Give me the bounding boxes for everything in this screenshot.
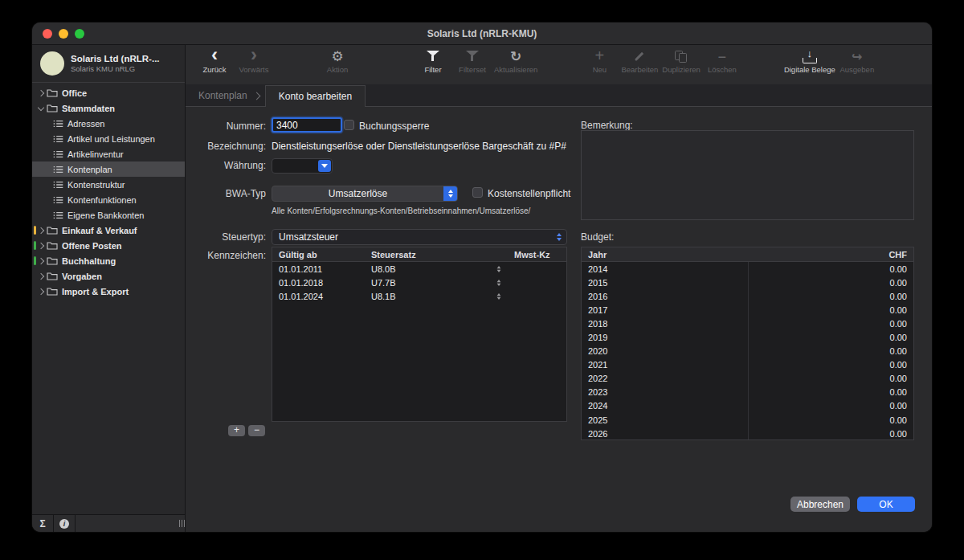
sidebar-item[interactable]: Einkauf & Verkauf <box>32 223 185 238</box>
resize-grip[interactable] <box>179 520 180 527</box>
stepper-icon[interactable] <box>497 280 501 286</box>
disclosure-chevron-icon[interactable] <box>37 226 45 235</box>
toolbar-button-label: Bearbeiten <box>621 65 658 74</box>
breadcrumb-kontenplan[interactable]: Kontenplan <box>198 90 247 101</box>
add-row-button[interactable]: + <box>228 425 245 436</box>
budget-column-divider <box>748 247 749 439</box>
cancel-button[interactable]: Abbrechen <box>790 497 850 512</box>
toolbar-button[interactable]: Duplizieren <box>662 49 701 74</box>
kennzeichen-row[interactable]: 01.01.2018 U7.7B <box>272 276 566 289</box>
kennzeichen-row[interactable]: 01.01.2011 U8.0B <box>272 262 566 276</box>
toolbar-button[interactable]: Aktion <box>320 49 355 74</box>
toolbar-button[interactable]: Neu <box>582 49 617 74</box>
company-name: Solaris Ltd (nRLR-... <box>71 54 160 63</box>
minimize-button[interactable] <box>59 29 68 39</box>
buchungssperre-checkbox[interactable] <box>344 120 354 130</box>
stepper-icon[interactable] <box>497 266 501 272</box>
budget-cell-chf: 0.00 <box>748 360 913 370</box>
toolbar-button[interactable]: Filter <box>415 49 451 74</box>
zoom-button[interactable] <box>75 29 84 39</box>
budget-cell-chf: 0.00 <box>748 305 913 315</box>
company-header[interactable]: Solaris Ltd (nRLR-... Solaris KMU nRLG <box>32 45 185 83</box>
nummer-input[interactable] <box>272 117 342 133</box>
toolbar-button[interactable]: Filterset <box>455 49 490 74</box>
sidebar-item-label: Stammdaten <box>62 104 115 113</box>
sidebar-item[interactable]: Import & Export <box>32 284 185 299</box>
disclosure-chevron-icon[interactable] <box>37 272 45 281</box>
download-tray-icon <box>800 49 819 64</box>
kostenstellenpflicht-checkbox[interactable] <box>472 187 483 198</box>
bemerkung-textarea[interactable] <box>581 130 914 220</box>
kennzeichen-header-row: Gültig ab Steuersatz Mwst-Kz <box>272 247 566 262</box>
sidebar-item-label: Buchhaltung <box>62 256 116 266</box>
budget-cell-jahr: 2015 <box>582 278 748 288</box>
disclosure-chevron-icon[interactable] <box>37 104 45 113</box>
disclosure-chevron-icon[interactable] <box>37 256 45 266</box>
disclosure-chevron-icon[interactable] <box>37 88 45 98</box>
combo-dropdown-icon[interactable] <box>318 160 331 172</box>
sidebar-item[interactable]: Adressen <box>32 116 185 131</box>
sidebar-item[interactable]: Office <box>32 85 185 100</box>
tab-konto-bearbeiten[interactable]: Konto bearbeiten <box>265 85 366 107</box>
list-icon <box>53 150 63 158</box>
titlebar[interactable]: Solaris Ltd (nRLR-KMU) <box>32 22 932 45</box>
sidebar-item[interactable]: Buchhaltung <box>32 253 185 268</box>
sidebar-item-label: Kontenfunktionen <box>67 195 137 205</box>
close-button[interactable] <box>43 29 52 39</box>
kennzeichen-header-steuersatz[interactable]: Steuersatz <box>365 250 508 260</box>
budget-cell-jahr: 2022 <box>582 374 748 383</box>
budget-cell-jahr: 2026 <box>582 429 748 439</box>
info-button[interactable] <box>54 515 76 532</box>
sum-button[interactable]: Σ <box>32 515 54 532</box>
folder-icon <box>47 272 58 280</box>
waehrung-combobox[interactable] <box>272 158 333 174</box>
sidebar-item-label: Artikelinventur <box>67 149 124 159</box>
sidebar-tree: Office <box>32 83 185 514</box>
disclosure-chevron-icon[interactable] <box>37 241 45 251</box>
toolbar: Zurück Vorwärts Aktion <box>186 45 932 84</box>
toolbar-button[interactable]: Bearbeiten <box>621 49 658 74</box>
sidebar-item-label: Einkauf & Verkauf <box>62 226 137 235</box>
folder-icon <box>47 104 58 112</box>
budget-cell-jahr: 2025 <box>582 415 748 425</box>
filter-funnel-icon <box>423 49 443 64</box>
toolbar-button-label: Ausgeben <box>839 65 874 74</box>
steuersatz-value: U8.0B <box>371 264 396 274</box>
toolbar-button[interactable]: Digitale Belege <box>784 49 835 74</box>
sidebar-item[interactable]: Artikelinventur <box>32 146 185 161</box>
budget-header-chf[interactable]: CHF <box>748 250 913 260</box>
folder-icon <box>47 241 58 250</box>
budget-header-jahr[interactable]: Jahr <box>582 250 748 260</box>
toolbar-button[interactable]: Zurück <box>197 49 232 74</box>
toolbar-button[interactable]: Ausgeben <box>839 49 875 74</box>
kennzeichen-actions: + − <box>228 425 265 436</box>
sidebar-item[interactable]: Kontenfunktionen <box>32 192 185 207</box>
stepper-icon[interactable] <box>497 293 501 300</box>
sidebar-item[interactable]: Kontenplan <box>32 161 185 177</box>
remove-row-button[interactable]: − <box>248 425 265 436</box>
sidebar-item[interactable]: Vorgaben <box>32 268 185 284</box>
toolbar-button[interactable]: Aktualisieren <box>494 49 537 74</box>
steuertyp-label: Steuertyp: <box>186 231 266 243</box>
bwa-typ-popup[interactable]: Umsatzerlöse <box>272 186 458 202</box>
disclosure-chevron-icon[interactable] <box>37 287 45 296</box>
sidebar-item[interactable]: Artikel und Leistungen <box>32 131 185 146</box>
sidebar-item[interactable]: Stammdaten <box>32 100 185 116</box>
budget-cell-jahr: 2020 <box>582 346 748 356</box>
budget-cell-chf: 0.00 <box>748 415 913 425</box>
toolbar-button-label: Aktion <box>327 65 348 74</box>
sidebar-item[interactable]: Kontenstruktur <box>32 177 185 192</box>
toolbar-button[interactable]: Löschen <box>705 49 740 74</box>
sidebar-item[interactable]: Offene Posten <box>32 238 185 253</box>
bwa-typ-label: BWA-Typ <box>186 188 266 199</box>
company-avatar <box>40 51 64 76</box>
kennzeichen-row[interactable]: 01.01.2024 U8.1B <box>272 289 566 303</box>
sidebar-item[interactable]: Eigene Bankkonten <box>32 207 185 223</box>
company-subtitle: Solaris KMU nRLG <box>71 64 160 73</box>
kennzeichen-header-gueltig[interactable]: Gültig ab <box>272 250 365 260</box>
kennzeichen-header-mwst[interactable]: Mwst-Kz <box>508 250 566 260</box>
toolbar-button[interactable]: Vorwärts <box>236 49 272 74</box>
steuertyp-popup[interactable]: Umsatzsteuer <box>272 229 567 245</box>
bezeichnung-value[interactable]: Dienstleistungserlöse oder Dienstleistun… <box>272 141 566 152</box>
ok-button[interactable]: OK <box>857 497 915 512</box>
